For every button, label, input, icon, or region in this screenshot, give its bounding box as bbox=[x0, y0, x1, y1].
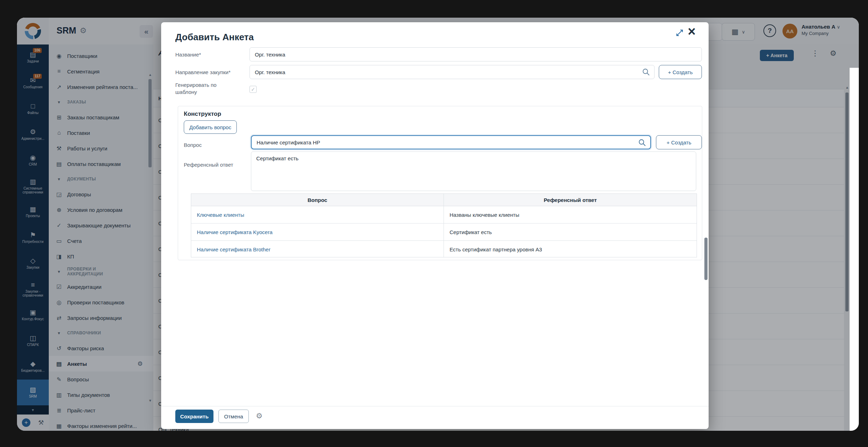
direction-label: Направление закупки* bbox=[175, 69, 230, 75]
create-direction-button[interactable]: + Создать bbox=[659, 65, 702, 79]
direction-value: Орг. техника bbox=[255, 69, 285, 75]
constructor-panel: Конструктор Добавить вопрос Вопрос Налич… bbox=[178, 106, 702, 260]
answer-column-header[interactable]: Референсный ответ bbox=[444, 194, 697, 206]
add-question-button[interactable]: Добавить вопрос bbox=[184, 120, 237, 134]
answer-text: Названы ключевые клиенты bbox=[450, 212, 519, 218]
question-link[interactable]: Наличие сертификата Kyocera bbox=[197, 229, 272, 235]
answer-text: Есть сертификат партнера уровня А3 bbox=[450, 246, 542, 252]
modal-scrollbar-thumb[interactable] bbox=[704, 238, 708, 280]
screen: SRM ⚙ « ▦ ∨ ? АА Анатольев А ∨ My Compan… bbox=[0, 0, 868, 447]
answer-label: Референсный ответ bbox=[184, 162, 233, 168]
question-column-header[interactable]: Вопрос bbox=[191, 194, 444, 206]
questions-table: Вопрос Референсный ответ Ключевые клиент… bbox=[191, 193, 697, 257]
create-question-button[interactable]: + Создать bbox=[656, 135, 702, 149]
close-icon[interactable]: × bbox=[688, 25, 696, 38]
cancel-button[interactable]: Отмена bbox=[218, 410, 249, 423]
question-row: Наличие сертификата Kyocera Сертификат е… bbox=[191, 224, 697, 241]
footer-settings-icon[interactable]: ⚙ bbox=[256, 412, 263, 420]
question-row: Ключевые клиенты Названы ключевые клиент… bbox=[191, 206, 697, 224]
name-label: Название* bbox=[175, 52, 201, 58]
direction-field[interactable]: Орг. техника bbox=[250, 65, 655, 79]
question-link[interactable]: Наличие сертификата Brother bbox=[197, 246, 270, 252]
generate-label: Генерировать по шаблону bbox=[175, 82, 239, 96]
modal-title: Добавить Анкета bbox=[175, 32, 254, 43]
questions-table-header: Вопрос Референсный ответ bbox=[191, 194, 697, 206]
search-icon[interactable] bbox=[642, 68, 650, 76]
question-value: Наличие сертификата HP bbox=[257, 139, 320, 145]
answer-textarea[interactable]: Сертификат есть bbox=[251, 151, 696, 191]
name-value: Орг. техника bbox=[255, 52, 285, 58]
question-row: Наличие сертификата Brother Есть сертифи… bbox=[191, 241, 697, 257]
generate-checkbox[interactable]: ✓ bbox=[250, 86, 257, 93]
expand-modal-icon[interactable] bbox=[675, 29, 684, 37]
app-window: SRM ⚙ « ▦ ∨ ? АА Анатольев А ∨ My Compan… bbox=[17, 18, 859, 431]
question-label: Вопрос bbox=[184, 142, 202, 148]
footer-divider bbox=[161, 406, 709, 406]
save-button[interactable]: Сохранить bbox=[175, 410, 213, 423]
page-scrollbar-gutter bbox=[850, 68, 859, 431]
search-icon[interactable] bbox=[638, 139, 646, 147]
add-questionnaire-modal: Добавить Анкета × Название* Орг. техника… bbox=[161, 22, 709, 429]
constructor-title: Конструктор bbox=[184, 111, 221, 118]
question-field[interactable]: Наличие сертификата HP bbox=[251, 135, 651, 149]
question-link[interactable]: Ключевые клиенты bbox=[197, 212, 244, 218]
name-field[interactable]: Орг. техника bbox=[250, 47, 702, 61]
answer-text: Сертификат есть bbox=[450, 229, 492, 235]
